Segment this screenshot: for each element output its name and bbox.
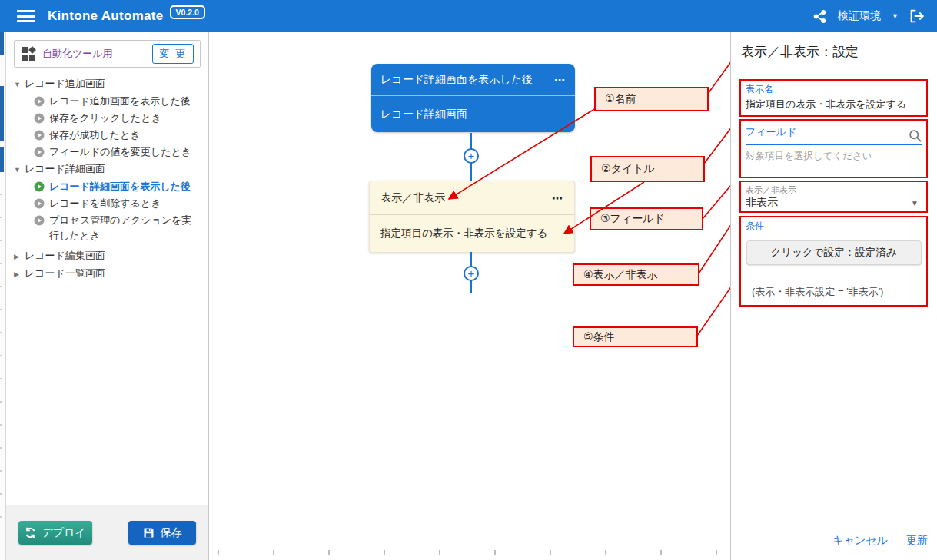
edge-tick (0, 286, 2, 287)
edge-segment (0, 147, 4, 172)
settings-panel: 表示／非表示：設定 表示名 指定項目の表示・非表示を設定する フィールド 対象項… (730, 32, 937, 560)
edge-segment (0, 32, 4, 55)
floppy-disk-icon (143, 527, 155, 538)
canvas-tick (384, 550, 385, 555)
tree-group-record-add[interactable]: ▼ レコード追加画面 (14, 75, 208, 93)
visibility-select[interactable]: 非表示 ▼ (746, 196, 922, 214)
node-title: 表示／非表示 (380, 191, 445, 205)
share-icon[interactable] (812, 9, 827, 24)
annotation-condition: ⑤条件 (573, 326, 698, 347)
play-circle-icon-active (34, 181, 45, 192)
tree-item[interactable]: プロセス管理のアクションを実行したとき (14, 212, 208, 244)
environment-selector[interactable]: 検証環境 (838, 9, 881, 23)
edge-tick (0, 516, 2, 518)
divider (749, 300, 922, 300)
panel-title: 表示／非表示：設定 (741, 43, 859, 61)
tree-item[interactable]: レコード追加画面を表示した後 (14, 93, 208, 110)
edge-tick (0, 217, 2, 218)
tree-group-record-edit[interactable]: ▶ レコード編集画面 (14, 247, 208, 265)
display-name-value[interactable]: 指定項目の表示・非表示を設定する (746, 98, 922, 111)
update-button[interactable]: 更新 (906, 534, 928, 548)
chevron-collapsed-icon[interactable]: ▶ (14, 266, 25, 282)
chevron-expanded-icon[interactable]: ▼ (14, 76, 25, 92)
edge-tick (0, 378, 2, 379)
edge-tick (0, 309, 2, 310)
edge-tick (0, 240, 2, 241)
play-circle-icon (34, 198, 45, 209)
tree-item[interactable]: レコードを削除するとき (14, 195, 208, 212)
tree-group-label: レコード編集画面 (25, 248, 105, 263)
dropdown-caret-icon[interactable]: ▼ (911, 199, 922, 207)
condition-label: 条件 (746, 220, 922, 233)
canvas-tick (605, 550, 606, 555)
play-circle-icon (34, 215, 45, 226)
field-label: フィールド (746, 125, 796, 139)
tree-item[interactable]: 保存をクリックしたとき (14, 110, 208, 127)
field-placeholder[interactable]: 対象項目を選択してください (746, 150, 922, 163)
field-section: フィールド 対象項目を選択してください (739, 119, 928, 178)
annotation-visibility: ④表示／非表示 (573, 263, 699, 286)
condition-configure-button[interactable]: クリックで設定：設定済み (746, 240, 922, 265)
sidebar: 自動化ツール用 変 更 ▼ レコード追加画面 レコード追加画面を表示した後 保存… (6, 32, 209, 560)
tree-group-label: レコード追加画面 (25, 76, 105, 91)
tree-item[interactable]: フィールドの値を変更したとき (14, 144, 208, 161)
flow-node-action[interactable]: 表示／非表示 ⋯ 指定項目の表示・非表示を設定する (369, 181, 575, 253)
annotation-label: ④表示／非表示 (583, 268, 658, 282)
tree-group-record-detail[interactable]: ▼ レコード詳細画面 (14, 161, 208, 178)
app-name-link[interactable]: 自動化ツール用 (42, 47, 113, 61)
tree-group-label: レコード詳細画面 (25, 161, 105, 177)
annotation-title: ②タイトル (590, 156, 705, 182)
logout-icon[interactable] (909, 9, 925, 23)
edge-tick (0, 493, 2, 495)
tree-item-selected[interactable]: レコード詳細画面を表示した後 (14, 178, 208, 195)
chevron-collapsed-icon[interactable]: ▶ (14, 248, 25, 264)
cancel-button[interactable]: キャンセル (832, 534, 888, 548)
add-step-button[interactable]: + (464, 266, 479, 281)
canvas-tick (716, 550, 717, 555)
app-icon (21, 46, 36, 61)
deploy-button-label: デプロイ (42, 526, 85, 540)
deploy-button[interactable]: デプロイ (18, 521, 92, 545)
chevron-expanded-icon[interactable]: ▼ (14, 161, 25, 177)
annotation-label: ⑤条件 (583, 330, 615, 344)
canvas-tick (218, 550, 219, 555)
flow-node-trigger[interactable]: レコード詳細画面を表示した後 ⋯ レコード詳細画面 (371, 64, 575, 132)
visibility-label: 表示／非表示 (746, 184, 922, 196)
canvas-tick (550, 550, 551, 555)
tree-item-label: 保存が成功したとき (49, 128, 141, 143)
more-options-icon[interactable]: ⋯ (554, 74, 566, 86)
tree-item-label: フィールドの値を変更したとき (49, 144, 191, 160)
search-icon[interactable] (909, 129, 922, 142)
tree-item-label: プロセス管理のアクションを実行したとき (49, 213, 201, 244)
annotation-name: ①名前 (594, 87, 709, 111)
annotation-label: ②タイトル (601, 162, 655, 176)
canvas-tick (494, 550, 496, 555)
visibility-value: 非表示 (746, 196, 778, 210)
play-circle-icon (34, 96, 45, 107)
more-options-icon[interactable]: ⋯ (552, 192, 563, 204)
edge-tick (0, 263, 2, 264)
save-button[interactable]: 保存 (128, 521, 196, 545)
edge-tick (0, 332, 2, 333)
tree-group-record-list[interactable]: ▶ レコード一覧画面 (14, 265, 208, 283)
canvas-tick (439, 550, 440, 555)
event-tree: ▼ レコード追加画面 レコード追加画面を表示した後 保存をクリックしたとき 保存… (6, 71, 208, 505)
app-selector: 自動化ツール用 変 更 (14, 40, 201, 68)
sidebar-footer: デプロイ 保存 (6, 505, 208, 560)
page-edge-strip (0, 32, 6, 560)
edge-tick (0, 355, 2, 356)
sync-icon (25, 527, 36, 538)
canvas-tick (273, 550, 274, 555)
canvas-tick (328, 550, 330, 555)
tree-item-label: レコード詳細画面を表示した後 (49, 179, 191, 194)
chevron-down-icon[interactable]: ▼ (892, 12, 899, 20)
tree-item[interactable]: 保存が成功したとき (14, 127, 208, 144)
hamburger-menu-icon[interactable] (17, 10, 35, 22)
add-step-button[interactable]: + (464, 148, 479, 164)
play-circle-icon (34, 130, 45, 141)
tree-item-label: レコード追加画面を表示した後 (49, 94, 191, 109)
annotation-field: ③フィールド (590, 207, 703, 230)
app-header: Kintone Automate V0.2.0 検証環境 ▼ (0, 0, 937, 32)
save-button-label: 保存 (161, 526, 182, 540)
change-app-button[interactable]: 変 更 (152, 44, 194, 64)
